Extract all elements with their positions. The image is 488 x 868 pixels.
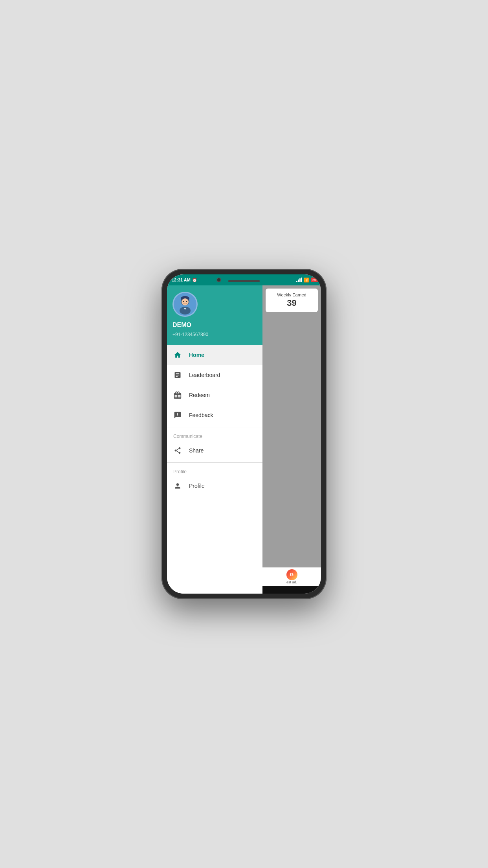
section-communicate: Communicate <box>167 429 262 441</box>
divider-1 <box>167 427 262 427</box>
weekly-earned-title: Weekly Earned <box>270 292 314 297</box>
menu-label-share: Share <box>189 447 204 454</box>
menu-label-profile: Profile <box>189 483 205 489</box>
right-background-panel: 📶 20 Weekly Earned 39 G est ad. <box>262 274 321 594</box>
menu-item-feedback[interactable]: Feedback <box>167 405 262 425</box>
wifi-icon: 📶 <box>304 278 309 283</box>
profile-icon <box>173 482 182 490</box>
battery-indicator: 20 <box>311 278 318 282</box>
leaderboard-icon <box>173 371 182 379</box>
drawer-panel: 12:31 AM ⏰ <box>167 274 262 594</box>
redeem-icon <box>173 391 182 399</box>
status-bar-left: 12:31 AM ⏰ <box>172 278 197 282</box>
phone-screen: 12:31 AM ⏰ <box>167 274 321 594</box>
menu-label-feedback: Feedback <box>189 412 213 418</box>
home-icon <box>173 351 182 359</box>
menu-label-redeem: Redeem <box>189 392 210 398</box>
share-icon <box>173 446 182 455</box>
weekly-earned-value: 39 <box>270 298 314 308</box>
avatar <box>172 292 198 317</box>
menu-item-home[interactable]: Home <box>167 345 262 365</box>
gray-area <box>262 315 321 567</box>
phone-speaker <box>228 280 260 282</box>
svg-point-3 <box>183 301 184 302</box>
ad-text: est ad. <box>286 580 297 584</box>
weekly-earned-card: Weekly Earned 39 <box>266 289 318 312</box>
menu-label-leaderboard: Leaderboard <box>189 372 220 378</box>
signal-bars <box>296 278 302 282</box>
status-alarm-icon: ⏰ <box>192 278 197 282</box>
menu-label-home: Home <box>189 352 204 358</box>
section-profile: Profile <box>167 464 262 476</box>
menu-item-profile[interactable]: Profile <box>167 476 262 496</box>
divider-2 <box>167 462 262 463</box>
feedback-icon <box>173 411 182 419</box>
user-phone: +91-1234567890 <box>172 332 257 337</box>
ad-area: G est ad. <box>262 567 321 586</box>
menu-item-leaderboard[interactable]: Leaderboard <box>167 365 262 385</box>
status-time: 12:31 AM <box>172 278 191 282</box>
right-bottom-bar <box>262 586 321 594</box>
menu-item-share[interactable]: Share <box>167 441 262 461</box>
avatar-icon <box>175 294 195 314</box>
user-name: DEMO <box>172 322 257 329</box>
profile-header: DEMO +91-1234567890 <box>167 285 262 345</box>
menu-item-redeem[interactable]: Redeem <box>167 385 262 405</box>
phone-camera <box>216 278 221 282</box>
phone-frame: 12:31 AM ⏰ <box>161 269 327 599</box>
battery-level: 20 <box>312 278 316 282</box>
svg-point-4 <box>186 301 187 302</box>
svg-point-2 <box>182 298 189 305</box>
ad-logo: G <box>286 569 297 580</box>
right-status-bar: 📶 20 <box>262 274 321 285</box>
menu-list: Home Leaderboard <box>167 345 262 594</box>
